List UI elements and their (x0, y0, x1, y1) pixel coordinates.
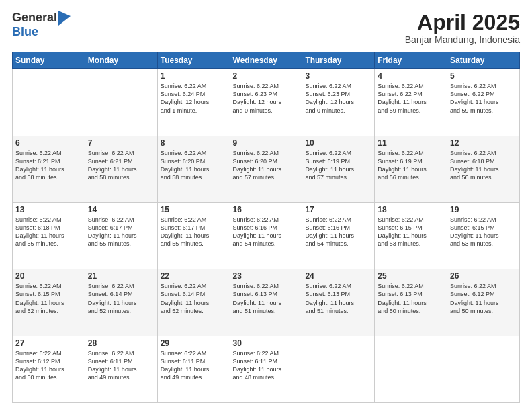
table-row: 4Sunrise: 6:22 AM Sunset: 6:22 PM Daylig… (375, 69, 447, 136)
day-info: Sunrise: 6:22 AM Sunset: 6:14 PM Dayligh… (161, 282, 227, 315)
col-sunday: Sunday (13, 52, 85, 69)
day-number: 11 (378, 138, 444, 148)
col-saturday: Saturday (447, 52, 520, 69)
day-info: Sunrise: 6:22 AM Sunset: 6:15 PM Dayligh… (378, 216, 444, 248)
calendar-week-row: 6Sunrise: 6:22 AM Sunset: 6:21 PM Daylig… (13, 136, 520, 202)
table-row: 1Sunrise: 6:22 AM Sunset: 6:24 PM Daylig… (157, 69, 230, 136)
day-number: 14 (88, 205, 154, 214)
table-row: 22Sunrise: 6:22 AM Sunset: 6:14 PM Dayli… (157, 269, 230, 336)
col-thursday: Thursday (302, 52, 375, 69)
day-info: Sunrise: 6:22 AM Sunset: 6:19 PM Dayligh… (305, 149, 371, 182)
svg-marker-0 (58, 11, 71, 26)
calendar-week-row: 20Sunrise: 6:22 AM Sunset: 6:15 PM Dayli… (13, 269, 520, 336)
table-row: 11Sunrise: 6:22 AM Sunset: 6:19 PM Dayli… (375, 136, 447, 202)
day-number: 3 (305, 71, 371, 81)
table-row: 2Sunrise: 6:22 AM Sunset: 6:23 PM Daylig… (230, 69, 302, 136)
table-row (375, 336, 447, 402)
day-info: Sunrise: 6:22 AM Sunset: 6:14 PM Dayligh… (88, 282, 154, 315)
calendar-week-row: 27Sunrise: 6:22 AM Sunset: 6:12 PM Dayli… (13, 336, 520, 402)
day-number: 17 (305, 205, 371, 214)
header: General Blue April 2025 Banjar Mandung, … (12, 11, 520, 45)
table-row: 23Sunrise: 6:22 AM Sunset: 6:13 PM Dayli… (230, 269, 302, 336)
day-number: 18 (378, 205, 444, 214)
day-info: Sunrise: 6:22 AM Sunset: 6:21 PM Dayligh… (15, 149, 82, 182)
calendar-week-row: 13Sunrise: 6:22 AM Sunset: 6:18 PM Dayli… (13, 202, 520, 269)
col-friday: Friday (375, 52, 447, 69)
day-info: Sunrise: 6:22 AM Sunset: 6:23 PM Dayligh… (233, 82, 300, 115)
day-info: Sunrise: 6:22 AM Sunset: 6:15 PM Dayligh… (15, 282, 82, 315)
day-info: Sunrise: 6:22 AM Sunset: 6:17 PM Dayligh… (88, 216, 154, 248)
day-info: Sunrise: 6:22 AM Sunset: 6:12 PM Dayligh… (450, 282, 517, 315)
table-row: 8Sunrise: 6:22 AM Sunset: 6:20 PM Daylig… (157, 136, 230, 202)
day-info: Sunrise: 6:22 AM Sunset: 6:23 PM Dayligh… (305, 82, 371, 115)
day-info: Sunrise: 6:22 AM Sunset: 6:20 PM Dayligh… (233, 149, 300, 182)
day-info: Sunrise: 6:22 AM Sunset: 6:20 PM Dayligh… (161, 149, 227, 182)
table-row: 10Sunrise: 6:22 AM Sunset: 6:19 PM Dayli… (302, 136, 375, 202)
table-row: 21Sunrise: 6:22 AM Sunset: 6:14 PM Dayli… (85, 269, 157, 336)
day-info: Sunrise: 6:22 AM Sunset: 6:22 PM Dayligh… (450, 82, 517, 115)
table-row: 24Sunrise: 6:22 AM Sunset: 6:13 PM Dayli… (302, 269, 375, 336)
table-row: 19Sunrise: 6:22 AM Sunset: 6:15 PM Dayli… (447, 202, 520, 269)
day-number: 9 (233, 138, 300, 148)
table-row: 14Sunrise: 6:22 AM Sunset: 6:17 PM Dayli… (85, 202, 157, 269)
table-row: 5Sunrise: 6:22 AM Sunset: 6:22 PM Daylig… (447, 69, 520, 136)
day-number: 26 (450, 271, 517, 281)
day-info: Sunrise: 6:22 AM Sunset: 6:19 PM Dayligh… (378, 149, 444, 182)
table-row: 12Sunrise: 6:22 AM Sunset: 6:18 PM Dayli… (447, 136, 520, 202)
day-info: Sunrise: 6:22 AM Sunset: 6:24 PM Dayligh… (161, 82, 227, 115)
table-row: 17Sunrise: 6:22 AM Sunset: 6:16 PM Dayli… (302, 202, 375, 269)
logo-icon (58, 11, 71, 26)
table-row: 29Sunrise: 6:22 AM Sunset: 6:11 PM Dayli… (157, 336, 230, 402)
day-number: 12 (450, 138, 517, 148)
day-number: 2 (233, 71, 300, 81)
table-row: 15Sunrise: 6:22 AM Sunset: 6:17 PM Dayli… (157, 202, 230, 269)
day-number: 13 (15, 205, 82, 214)
day-number: 19 (450, 205, 517, 214)
table-row: 18Sunrise: 6:22 AM Sunset: 6:15 PM Dayli… (375, 202, 447, 269)
day-info: Sunrise: 6:22 AM Sunset: 6:22 PM Dayligh… (378, 82, 444, 115)
table-row: 3Sunrise: 6:22 AM Sunset: 6:23 PM Daylig… (302, 69, 375, 136)
day-number: 16 (233, 205, 300, 214)
day-number: 29 (161, 338, 227, 348)
day-info: Sunrise: 6:22 AM Sunset: 6:13 PM Dayligh… (233, 282, 300, 315)
logo-general: General (12, 11, 57, 25)
day-number: 6 (15, 138, 82, 148)
table-row: 13Sunrise: 6:22 AM Sunset: 6:18 PM Dayli… (13, 202, 85, 269)
table-row: 25Sunrise: 6:22 AM Sunset: 6:13 PM Dayli… (375, 269, 447, 336)
day-info: Sunrise: 6:22 AM Sunset: 6:11 PM Dayligh… (88, 349, 154, 382)
table-row (302, 336, 375, 402)
day-number: 10 (305, 138, 371, 148)
day-number: 22 (161, 271, 227, 281)
table-row: 28Sunrise: 6:22 AM Sunset: 6:11 PM Dayli… (85, 336, 157, 402)
day-info: Sunrise: 6:22 AM Sunset: 6:16 PM Dayligh… (233, 216, 300, 248)
day-info: Sunrise: 6:22 AM Sunset: 6:17 PM Dayligh… (161, 216, 227, 248)
day-number: 28 (88, 338, 154, 348)
table-row: 6Sunrise: 6:22 AM Sunset: 6:21 PM Daylig… (13, 136, 85, 202)
table-row (85, 69, 157, 136)
calendar-week-row: 1Sunrise: 6:22 AM Sunset: 6:24 PM Daylig… (13, 69, 520, 136)
col-monday: Monday (85, 52, 157, 69)
day-info: Sunrise: 6:22 AM Sunset: 6:12 PM Dayligh… (15, 349, 82, 382)
calendar-table: Sunday Monday Tuesday Wednesday Thursday… (12, 52, 520, 403)
day-info: Sunrise: 6:22 AM Sunset: 6:15 PM Dayligh… (450, 216, 517, 248)
table-row: 26Sunrise: 6:22 AM Sunset: 6:12 PM Dayli… (447, 269, 520, 336)
logo-text: General Blue (12, 11, 71, 39)
day-number: 25 (378, 271, 444, 281)
day-info: Sunrise: 6:22 AM Sunset: 6:13 PM Dayligh… (378, 282, 444, 315)
day-info: Sunrise: 6:22 AM Sunset: 6:18 PM Dayligh… (15, 216, 82, 248)
day-info: Sunrise: 6:22 AM Sunset: 6:21 PM Dayligh… (88, 149, 154, 182)
page: General Blue April 2025 Banjar Mandung, … (0, 0, 532, 411)
day-number: 4 (378, 71, 444, 81)
table-row: 20Sunrise: 6:22 AM Sunset: 6:15 PM Dayli… (13, 269, 85, 336)
day-number: 8 (161, 138, 227, 148)
day-info: Sunrise: 6:22 AM Sunset: 6:13 PM Dayligh… (305, 282, 371, 315)
table-row: 9Sunrise: 6:22 AM Sunset: 6:20 PM Daylig… (230, 136, 302, 202)
title-block: April 2025 Banjar Mandung, Indonesia (405, 11, 520, 45)
table-row: 7Sunrise: 6:22 AM Sunset: 6:21 PM Daylig… (85, 136, 157, 202)
day-number: 15 (161, 205, 227, 214)
logo: General Blue (12, 11, 71, 39)
table-row (447, 336, 520, 402)
day-number: 30 (233, 338, 300, 348)
day-number: 1 (161, 71, 227, 81)
month-title: April 2025 (405, 11, 520, 34)
